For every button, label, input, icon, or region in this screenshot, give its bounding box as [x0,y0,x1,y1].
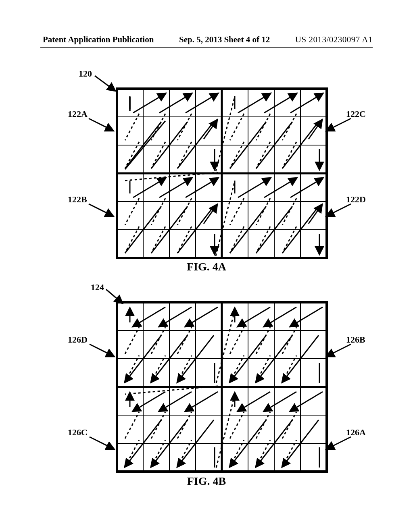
leader-126D [86,339,118,360]
svg-line-24 [151,122,188,168]
svg-line-102 [151,327,165,354]
leader-122A [85,114,117,134]
svg-line-130 [125,412,139,438]
svg-line-143 [264,392,296,411]
svg-line-107 [125,355,139,382]
caption-4b: FIG. 4B [0,475,413,488]
svg-line-150 [282,420,319,467]
svg-line-136 [125,440,139,467]
figure-4b: 124 126D 126C 126B 126A [0,282,413,488]
svg-line-78 [216,181,235,256]
svg-line-56 [177,206,214,253]
svg-line-117 [282,327,296,354]
svg-line-158 [90,437,114,449]
svg-line-67 [230,198,244,225]
svg-line-106 [177,335,214,382]
svg-line-134 [151,420,188,467]
figure-4a: 120 122A 122B 122C 122D [0,69,413,274]
leader-122C [323,114,355,134]
svg-line-121 [230,355,244,382]
svg-line-50 [125,198,139,225]
svg-line-99 [159,307,192,326]
svg-line-40 [282,122,319,168]
svg-line-104 [125,335,161,382]
svg-line-155 [216,395,235,470]
header-center: Sep. 5, 2013 Sheet 4 of 12 [179,35,270,45]
svg-line-142 [238,392,270,411]
svg-line-27 [151,142,165,168]
fig4a-scan-arrows [117,89,327,258]
svg-line-45 [216,97,235,171]
ref-126C: 126C [68,427,88,438]
svg-line-138 [177,440,192,467]
svg-line-17 [186,94,218,113]
svg-line-160 [327,437,351,449]
svg-line-28 [177,142,192,168]
svg-line-23 [125,122,161,168]
ref-124: 124 [91,282,104,293]
svg-line-73 [282,206,319,253]
svg-line-144 [290,392,323,411]
ref-120: 120 [79,69,92,79]
svg-line-52 [177,198,192,225]
svg-line-125 [216,310,235,385]
svg-line-64 [238,178,270,197]
svg-line-16 [159,94,192,113]
svg-line-116 [256,327,270,354]
svg-line-70 [309,205,322,224]
svg-line-147 [282,412,296,438]
ref-126D: 126D [68,335,88,345]
svg-line-135 [177,420,214,467]
svg-line-71 [230,206,266,253]
svg-line-80 [89,118,113,131]
page: Patent Application Publication Sep. 5, 2… [0,0,413,532]
svg-line-140 [125,386,218,394]
svg-line-114 [290,307,323,326]
svg-line-37 [309,120,322,139]
leader-124 [104,286,128,306]
leader-126A [323,432,355,452]
svg-line-101 [125,327,139,354]
svg-line-157 [90,344,114,356]
svg-line-76 [282,227,296,253]
leader-122B [85,199,117,219]
svg-line-57 [125,227,139,253]
svg-line-148 [230,420,266,467]
svg-line-35 [256,114,270,140]
svg-line-129 [186,392,218,411]
svg-line-39 [256,122,292,168]
svg-line-103 [177,327,192,354]
svg-line-48 [159,178,192,197]
svg-line-75 [256,227,270,253]
svg-line-98 [133,307,165,326]
leader-126B [323,339,355,360]
svg-line-81 [89,204,113,216]
svg-line-128 [159,392,192,411]
svg-line-83 [327,204,351,216]
svg-line-118 [230,335,266,382]
svg-line-68 [256,198,270,225]
leader-122D [323,199,355,219]
svg-line-153 [282,440,296,467]
svg-line-132 [177,412,192,438]
svg-line-25 [177,122,214,168]
svg-line-100 [186,307,218,326]
svg-line-65 [264,178,296,197]
svg-line-33 [290,94,323,113]
svg-line-58 [151,227,165,253]
svg-line-69 [282,198,296,225]
svg-line-151 [230,440,244,467]
svg-line-156 [106,289,122,303]
caption-4a: FIG. 4A [0,260,413,273]
svg-line-79 [95,76,115,91]
svg-line-119 [256,335,292,382]
svg-line-18 [125,114,139,140]
svg-line-74 [230,227,244,253]
leader-126C [86,432,118,452]
svg-line-109 [177,355,192,382]
svg-line-54 [125,206,161,253]
ref-122B: 122B [68,194,87,205]
svg-line-82 [327,118,351,131]
svg-line-122 [256,355,270,382]
svg-line-62 [125,172,218,181]
